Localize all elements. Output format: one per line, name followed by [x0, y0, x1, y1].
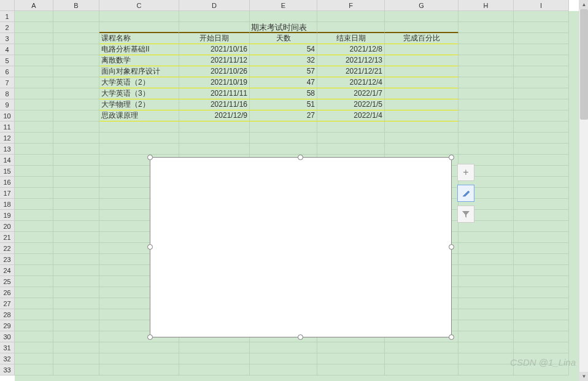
row-header-20[interactable]: 20	[0, 221, 15, 232]
chart-elements-button[interactable]: +	[457, 164, 474, 181]
cell-start[interactable]: 2021/10/26	[179, 66, 250, 77]
row-header-32[interactable]: 32	[0, 353, 15, 364]
cell-end[interactable]: 2022/1/7	[317, 88, 385, 99]
resize-handle-middle-left[interactable]	[147, 244, 153, 250]
cell-end[interactable]: 2021/12/21	[317, 66, 385, 77]
cell-start[interactable]: 2021/11/12	[179, 55, 250, 66]
cell-pct[interactable]	[385, 77, 458, 88]
chart-object[interactable]: +	[150, 157, 452, 337]
resize-handle-top-left[interactable]	[147, 155, 153, 160]
cell-end[interactable]: 2021/12/8	[317, 44, 385, 55]
row-header-16[interactable]: 16	[0, 177, 15, 188]
cell-days[interactable]: 58	[250, 88, 317, 99]
cell-end[interactable]: 2021/12/4	[317, 77, 385, 88]
cell-pct[interactable]	[385, 99, 458, 110]
cell-start[interactable]: 2021/10/19	[179, 77, 250, 88]
column-header-D[interactable]: D	[179, 0, 250, 11]
row-header-11[interactable]: 11	[0, 121, 15, 133]
row-header-19[interactable]: 19	[0, 210, 15, 221]
row-header-22[interactable]: 22	[0, 243, 15, 254]
row-10: 思政课原理2021/12/9272022/1/4	[15, 110, 579, 121]
cell-pct[interactable]	[385, 44, 458, 55]
column-header-B[interactable]: B	[53, 0, 99, 11]
cell-course[interactable]: 大学英语（2）	[99, 77, 179, 88]
vertical-scrollbar[interactable]: ▲ ▼	[579, 0, 588, 381]
cell-course[interactable]: 电路分析基础II	[99, 44, 179, 55]
row-header-28[interactable]: 28	[0, 309, 15, 320]
chevron-up-icon: ▲	[582, 2, 587, 7]
cell-course[interactable]: 离散数学	[99, 55, 179, 66]
row-header-31[interactable]: 31	[0, 342, 15, 353]
cell-days[interactable]: 54	[250, 44, 317, 55]
row-header-10[interactable]: 10	[0, 110, 15, 121]
cell-days[interactable]: 27	[250, 110, 317, 121]
resize-handle-bottom-left[interactable]	[147, 334, 153, 340]
column-header-A[interactable]: A	[15, 0, 53, 11]
row-header-26[interactable]: 26	[0, 287, 15, 298]
row-header-14[interactable]: 14	[0, 155, 15, 166]
row-header-30[interactable]: 30	[0, 331, 15, 342]
row-6: 面向对象程序设计2021/10/26572021/12/21	[15, 66, 579, 77]
cell-end[interactable]: 2022/1/4	[317, 110, 385, 121]
row-header-3[interactable]: 3	[0, 33, 15, 44]
cell-course[interactable]: 思政课原理	[99, 110, 179, 121]
cell-days[interactable]: 57	[250, 66, 317, 77]
row-header-7[interactable]: 7	[0, 77, 15, 88]
cell-pct[interactable]	[385, 110, 458, 121]
grid[interactable]: 期末考试时间表课程名称开始日期天数结束日期完成百分比电路分析基础II2021/1…	[15, 11, 579, 381]
row-header-29[interactable]: 29	[0, 320, 15, 331]
column-header-E[interactable]: E	[250, 0, 317, 11]
cell-end[interactable]: 2022/1/5	[317, 99, 385, 110]
row-headers: 1234567891011121314151617181920212223242…	[0, 0, 15, 381]
row-header-1[interactable]: 1	[0, 11, 15, 22]
cell-start[interactable]: 2021/12/9	[179, 110, 250, 121]
scroll-up-button[interactable]: ▲	[579, 0, 588, 9]
row-header-33[interactable]: 33	[0, 364, 15, 375]
scroll-down-button[interactable]: ▼	[579, 372, 588, 381]
cell-course[interactable]: 大学英语（3）	[99, 88, 179, 99]
row-header-21[interactable]: 21	[0, 232, 15, 243]
cell-course[interactable]: 面向对象程序设计	[99, 66, 179, 77]
row-header-25[interactable]: 25	[0, 276, 15, 287]
row-header-12[interactable]: 12	[0, 133, 15, 144]
column-header-G[interactable]: G	[385, 0, 458, 11]
row-header-9[interactable]: 9	[0, 99, 15, 110]
column-header-I[interactable]: I	[514, 0, 569, 11]
row-header-15[interactable]: 15	[0, 166, 15, 177]
cell-days[interactable]: 32	[250, 55, 317, 66]
row-header-24[interactable]: 24	[0, 265, 15, 276]
cell-start[interactable]: 2021/11/16	[179, 99, 250, 110]
resize-handle-top-middle[interactable]	[298, 155, 303, 160]
cell-end[interactable]: 2021/12/13	[317, 55, 385, 66]
scroll-thumb[interactable]	[580, 9, 588, 120]
cell-days[interactable]: 51	[250, 99, 317, 110]
resize-handle-top-right[interactable]	[449, 155, 454, 160]
cell-course[interactable]: 大学物理（2）	[99, 99, 179, 110]
chart-filter-button[interactable]	[457, 206, 474, 223]
cell-pct[interactable]	[385, 55, 458, 66]
resize-handle-bottom-right[interactable]	[449, 334, 454, 340]
row-header-2[interactable]: 2	[0, 22, 15, 33]
row-header-17[interactable]: 17	[0, 188, 15, 199]
row-header-6[interactable]: 6	[0, 66, 15, 77]
row-header-13[interactable]: 13	[0, 144, 15, 155]
chart-styles-button[interactable]	[457, 185, 474, 202]
cell-pct[interactable]	[385, 88, 458, 99]
row-header-5[interactable]: 5	[0, 55, 15, 66]
row-header-23[interactable]: 23	[0, 254, 15, 265]
row-header-18[interactable]: 18	[0, 199, 15, 210]
cell-pct[interactable]	[385, 66, 458, 77]
cell-start[interactable]: 2021/11/11	[179, 88, 250, 99]
resize-handle-bottom-middle[interactable]	[298, 334, 303, 340]
column-header-H[interactable]: H	[458, 0, 514, 11]
row-header-4[interactable]: 4	[0, 44, 15, 55]
resize-handle-middle-right[interactable]	[449, 244, 454, 250]
select-all-corner[interactable]	[0, 0, 15, 11]
row-header-8[interactable]: 8	[0, 88, 15, 99]
column-header-F[interactable]: F	[317, 0, 385, 11]
column-header-C[interactable]: C	[99, 0, 179, 11]
cell-days[interactable]: 47	[250, 77, 317, 88]
row-header-27[interactable]: 27	[0, 298, 15, 309]
cell-start[interactable]: 2021/10/16	[179, 44, 250, 55]
chevron-down-icon: ▼	[582, 374, 587, 379]
